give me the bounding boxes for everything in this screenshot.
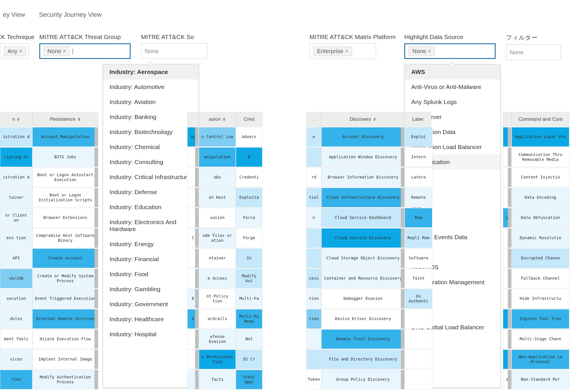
matrix-cell[interactable]: [503, 248, 512, 268]
matrix-cell[interactable]: Event Triggered Execution: [32, 289, 98, 309]
matrix-cell[interactable]: on Host: [199, 188, 236, 207]
matrix-cell[interactable]: a: [503, 370, 512, 389]
filter-jp-box[interactable]: None: [506, 44, 561, 60]
filter-platform-token[interactable]: Enterprise ×: [313, 47, 352, 56]
dropdown-item[interactable]: Industry: Healthcare: [103, 312, 199, 327]
cell-handle[interactable]: [195, 330, 199, 349]
cell-handle[interactable]: [195, 289, 199, 308]
matrix-cell[interactable]: vasion: [199, 208, 236, 228]
matrix-cell[interactable]: obs: [199, 168, 236, 187]
cell-handle[interactable]: [195, 370, 199, 389]
dropdown-item[interactable]: Industry: Gambling: [103, 282, 199, 297]
matrix-cell[interactable]: [503, 329, 512, 349]
matrix-cell[interactable]: Communication Thro Removable Media: [512, 147, 569, 167]
dropdown-item[interactable]: Any Splunk Logs: [405, 94, 500, 109]
dropdown-item[interactable]: Industry: Automotive: [103, 79, 199, 94]
col-header-cred[interactable]: Cred: [236, 112, 262, 127]
cell-handle[interactable]: [195, 350, 199, 369]
cell-handle[interactable]: [195, 208, 199, 227]
matrix-cell[interactable]: Multi-Stage Chann: [512, 329, 569, 349]
matrix-cell[interactable]: [503, 168, 512, 187]
matrix-cell[interactable]: [405, 350, 432, 369]
cell-handle[interactable]: [95, 370, 98, 389]
dropdown-item[interactable]: Industry: Education: [103, 200, 199, 215]
matrix-cell[interactable]: Cloud Service Discovery: [321, 228, 405, 248]
filter-platform-box[interactable]: Enterprise ×: [310, 43, 376, 59]
dropdown-item[interactable]: Industry: Aerospace: [103, 64, 199, 79]
dropdown-item[interactable]: Industry: Critical Infrastructure: [103, 170, 199, 185]
col-header-persistence[interactable]: Persistence▲▼: [32, 112, 98, 127]
matrix-cell[interactable]: y Permissions tion: [199, 350, 236, 369]
matrix-cell[interactable]: [187, 370, 199, 389]
col-header-evasion[interactable]: asion▲▼: [199, 112, 236, 127]
cell-handle[interactable]: [95, 249, 98, 268]
matrix-cell[interactable]: Modify Aut: [236, 269, 262, 288]
matrix-cell[interactable]: [503, 127, 512, 147]
col-header-command[interactable]: Command and Cont: [512, 112, 569, 127]
matrix-cell[interactable]: Multi-Fa Requ: [236, 309, 262, 329]
matrix-cell[interactable]: Software: [405, 248, 432, 268]
cell-handle[interactable]: [95, 228, 98, 248]
cell-handle[interactable]: [401, 350, 404, 369]
matrix-cell[interactable]: Application Window Discovery: [321, 147, 405, 167]
matrix-cell[interactable]: [306, 228, 321, 248]
matrix-cell[interactable]: dules: [0, 309, 32, 329]
cell-handle[interactable]: [508, 127, 511, 146]
matrix-cell[interactable]: Container and Resource Discovery: [321, 269, 405, 288]
matrix-cell[interactable]: Remote: [405, 188, 432, 207]
matrix-cell[interactable]: Create Account: [32, 248, 98, 268]
col-header[interactable]: n▲▼: [0, 112, 32, 127]
matrix-cell[interactable]: Account Discovery: [321, 127, 405, 147]
matrix-cell[interactable]: BITS Jobs: [32, 147, 98, 167]
cell-handle[interactable]: [95, 309, 98, 328]
matrix-cell[interactable]: Compromise Host Software Binary: [32, 228, 98, 248]
matrix-cell[interactable]: nt Policy tion: [199, 289, 236, 309]
filter-threat-group-input[interactable]: [71, 48, 74, 55]
matrix-cell[interactable]: [405, 309, 432, 329]
matrix-cell[interactable]: ntainer: [199, 248, 236, 268]
close-icon[interactable]: ×: [345, 48, 348, 54]
matrix-cell[interactable]: Exploi: [405, 127, 432, 147]
matrix-cell[interactable]: Cloud Infrastructure Discovery: [321, 188, 405, 207]
matrix-cell[interactable]: Modify Authentication Process: [32, 370, 98, 389]
matrix-cell[interactable]: Domain Trust Discovery: [321, 329, 405, 349]
cell-handle[interactable]: [508, 249, 511, 268]
col-header-discovery[interactable]: Discovery▲▼: [321, 112, 405, 127]
cell-handle[interactable]: [508, 188, 511, 207]
matrix-cell[interactable]: xecution: [0, 289, 32, 309]
cell-handle[interactable]: [95, 148, 98, 167]
cell-handle[interactable]: [195, 127, 199, 146]
matrix-cell[interactable]: ripting er: [0, 147, 32, 167]
matrix-cell[interactable]: In: [236, 248, 262, 268]
matrix-cell[interactable]: tion: [0, 370, 32, 389]
cell-handle[interactable]: [508, 309, 511, 328]
cell-handle[interactable]: [508, 148, 511, 167]
cell-handle[interactable]: [95, 269, 98, 288]
matrix-cell[interactable]: Application Layer Pro: [512, 127, 569, 147]
matrix-cell[interactable]: or Client on: [0, 208, 32, 228]
matrix-cell[interactable]: cess: [306, 269, 321, 288]
filter-software-box[interactable]: None: [141, 43, 208, 59]
dropdown-item[interactable]: Industry: Government: [103, 297, 199, 312]
matrix-cell[interactable]: [503, 309, 512, 329]
matrix-cell[interactable]: [187, 350, 199, 369]
dropdown-item[interactable]: Industry: Food: [103, 267, 199, 282]
matrix-cell[interactable]: File and Directory Discovery: [321, 350, 405, 369]
matrix-cell[interactable]: Hijack Execution Flow: [32, 329, 98, 349]
matrix-cell[interactable]: Implant Internal Image: [32, 350, 98, 369]
matrix-cell[interactable]: [503, 228, 512, 248]
matrix-cell[interactable]: Exploita: [236, 188, 262, 207]
matrix-cell[interactable]: OS Cr: [236, 350, 262, 369]
matrix-cell[interactable]: Device Driver Discovery: [321, 309, 405, 329]
matrix-cell[interactable]: [187, 168, 199, 187]
cell-handle[interactable]: [401, 330, 404, 349]
cell-handle[interactable]: [401, 168, 404, 187]
cell-handle[interactable]: [401, 228, 404, 248]
matrix-cell[interactable]: [187, 329, 199, 349]
matrix-cell[interactable]: Non-Standard Por: [512, 370, 569, 389]
cell-handle[interactable]: [401, 370, 404, 389]
col-header-lateral[interactable]: Later: [405, 112, 431, 127]
cell-handle[interactable]: [95, 188, 98, 207]
filter-threat-group-box[interactable]: None ×: [39, 43, 131, 59]
matrix-cell[interactable]: [306, 350, 321, 369]
